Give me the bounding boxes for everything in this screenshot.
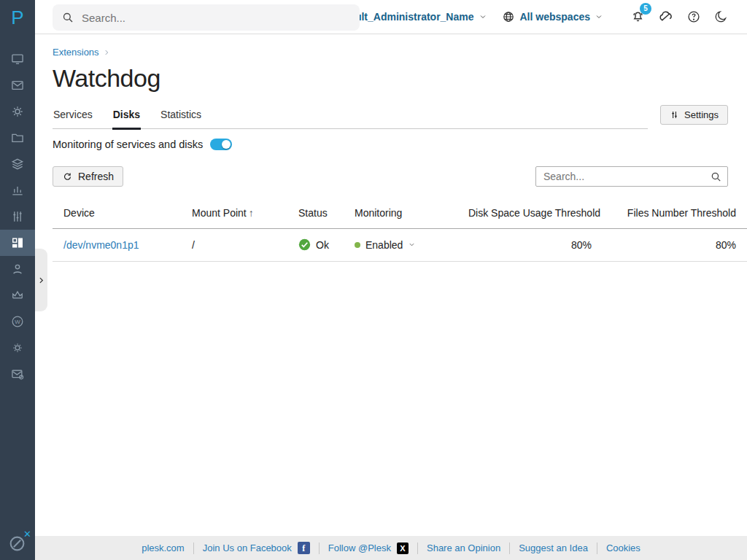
monitoring-toggle-label: Monitoring of services and disks bbox=[53, 139, 203, 150]
folder-icon bbox=[10, 131, 25, 145]
footer-item: Cookies bbox=[597, 542, 649, 554]
table-row: /dev/nvme0n1p1 / Ok Enabled 80% 8 bbox=[53, 229, 747, 262]
files-number-threshold-cell: 80% bbox=[603, 229, 747, 262]
sidebar-item-plans[interactable] bbox=[0, 282, 35, 308]
question-circle-icon bbox=[686, 9, 701, 24]
chevron-down-icon bbox=[595, 13, 603, 20]
toggle-knob bbox=[222, 140, 231, 149]
webspace-label: All webspaces bbox=[520, 11, 591, 23]
tab-services[interactable]: Services bbox=[53, 108, 93, 128]
footer-link-facebook[interactable]: Join Us on Facebookf bbox=[203, 542, 310, 554]
plesk-logo[interactable]: P bbox=[0, 0, 35, 35]
moon-icon bbox=[713, 9, 728, 24]
sidebar-expand-handle[interactable] bbox=[35, 249, 47, 311]
footer-link-cookies[interactable]: Cookies bbox=[606, 542, 640, 553]
search-icon bbox=[61, 11, 82, 24]
sliders-icon bbox=[10, 209, 25, 224]
mount-point-cell: / bbox=[181, 229, 287, 262]
sidebar-item-statistics[interactable] bbox=[0, 177, 35, 203]
sliders-icon bbox=[670, 110, 679, 120]
desktop-icon bbox=[10, 52, 25, 66]
sidebar-item-layers[interactable] bbox=[0, 151, 35, 177]
bar-chart-icon bbox=[10, 183, 25, 198]
breadcrumb-link-extensions[interactable]: Extensions bbox=[53, 47, 99, 58]
sidebar-item-mail[interactable] bbox=[0, 72, 35, 98]
footer-link-x[interactable]: Follow @PleskX bbox=[328, 542, 409, 554]
notification-badge: 5 bbox=[640, 3, 651, 15]
sidebar-item-desktop[interactable] bbox=[0, 46, 35, 72]
monitoring-toggle-row: Monitoring of services and disks bbox=[53, 139, 232, 150]
footer-item: Join Us on Facebookf bbox=[194, 542, 320, 554]
notifications-button[interactable]: 5 bbox=[630, 9, 646, 25]
footer-link-opinion[interactable]: Share an Opinion bbox=[427, 542, 500, 553]
column-header-status[interactable]: Status bbox=[287, 200, 344, 229]
column-header-disk-space-threshold[interactable]: Disk Space Usage Threshold bbox=[457, 200, 603, 229]
webspace-selector[interactable]: All webspaces bbox=[502, 10, 603, 23]
footer: plesk.com Join Us on Facebookf Follow @P… bbox=[35, 536, 747, 560]
chevron-right-icon bbox=[37, 276, 45, 284]
mail-icon bbox=[10, 78, 25, 93]
disks-table: Device Mount Point↑ Status Monitoring Di… bbox=[53, 200, 747, 262]
footer-link-idea[interactable]: Suggest an Idea bbox=[519, 542, 588, 553]
cloud-slash-icon bbox=[658, 9, 674, 25]
tab-bar: Services Disks Statistics bbox=[53, 108, 648, 129]
sidebar: P W bbox=[0, 0, 35, 560]
sidebar-item-users[interactable] bbox=[0, 256, 35, 282]
sidebar-item-seal[interactable] bbox=[0, 335, 35, 361]
sidebar-item-mail-status[interactable] bbox=[0, 361, 35, 387]
footer-item: Share an Opinion bbox=[418, 542, 510, 554]
layers-icon bbox=[10, 157, 25, 171]
gear-icon bbox=[10, 104, 25, 119]
monitoring-cell: Enabled bbox=[344, 229, 457, 262]
monitoring-dropdown[interactable]: Enabled bbox=[355, 239, 446, 251]
column-header-device[interactable]: Device bbox=[53, 200, 181, 229]
refresh-button[interactable]: Refresh bbox=[53, 166, 123, 187]
tab-disks[interactable]: Disks bbox=[112, 108, 141, 128]
chevron-down-icon bbox=[409, 241, 415, 248]
device-cell: /dev/nvme0n1p1 bbox=[53, 229, 181, 262]
main-content: Extensions Watchdog Services Disks Stati… bbox=[35, 35, 747, 536]
breadcrumb: Extensions bbox=[53, 47, 110, 58]
global-search-input[interactable] bbox=[82, 12, 351, 24]
sidebar-item-extensions[interactable] bbox=[0, 230, 35, 256]
close-icon[interactable]: ✕ bbox=[23, 529, 31, 540]
status-cell: Ok bbox=[287, 229, 344, 262]
footer-item: plesk.com bbox=[133, 542, 194, 554]
global-search[interactable] bbox=[53, 4, 360, 31]
device-link[interactable]: /dev/nvme0n1p1 bbox=[63, 239, 139, 251]
list-search-input[interactable] bbox=[535, 166, 728, 187]
column-header-mount-point[interactable]: Mount Point↑ bbox=[181, 200, 287, 229]
mail-status-icon bbox=[10, 367, 25, 381]
extensions-icon bbox=[10, 236, 25, 250]
seal-gear-icon bbox=[10, 341, 25, 355]
footer-link-plesk[interactable]: plesk.com bbox=[142, 542, 185, 553]
sidebar-item-tools[interactable] bbox=[0, 203, 35, 230]
refresh-button-label: Refresh bbox=[78, 171, 114, 182]
top-bar: Default_Administrator_Name All webspaces… bbox=[35, 0, 747, 34]
chevron-right-icon bbox=[103, 49, 110, 56]
column-header-monitoring[interactable]: Monitoring bbox=[344, 200, 457, 229]
sidebar-item-files[interactable] bbox=[0, 125, 35, 151]
dark-mode-button[interactable] bbox=[713, 9, 728, 24]
list-search bbox=[535, 166, 728, 187]
column-header-files-number-threshold[interactable]: Files Number Threshold bbox=[603, 200, 747, 229]
tab-statistics[interactable]: Statistics bbox=[160, 108, 202, 128]
help-button[interactable] bbox=[686, 9, 701, 24]
page-title: Watchdog bbox=[53, 64, 160, 93]
table-header-row: Device Mount Point↑ Status Monitoring Di… bbox=[53, 200, 747, 229]
svg-text:W: W bbox=[15, 319, 20, 325]
crown-icon bbox=[10, 288, 25, 303]
monitoring-toggle[interactable] bbox=[210, 139, 232, 150]
sidebar-item-wordpress[interactable]: W bbox=[0, 308, 35, 335]
promo-widget: ✕ bbox=[0, 530, 35, 556]
settings-button[interactable]: Settings bbox=[660, 105, 728, 125]
disk-space-threshold-cell: 80% bbox=[457, 229, 603, 262]
x-icon: X bbox=[397, 542, 409, 554]
chevron-down-icon bbox=[479, 13, 487, 20]
globe-icon bbox=[502, 10, 515, 23]
settings-button-label: Settings bbox=[684, 109, 719, 120]
footer-item: Follow @PleskX bbox=[320, 542, 418, 554]
sidebar-item-settings[interactable] bbox=[0, 98, 35, 125]
user-icon bbox=[10, 262, 25, 276]
feedback-button[interactable] bbox=[658, 9, 674, 25]
